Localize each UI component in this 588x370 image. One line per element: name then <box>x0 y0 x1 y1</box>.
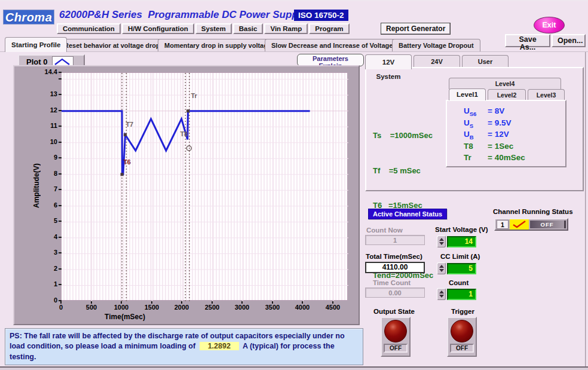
chroma-logo: Chroma <box>3 10 54 25</box>
y-axis-tick-label: 10 <box>31 138 57 145</box>
count-label: Count <box>449 279 468 286</box>
param-us6-value: = 8V <box>488 106 504 118</box>
increment-icon[interactable] <box>439 291 444 293</box>
cc-limit-label: CC Limit (A) <box>440 253 480 260</box>
output-state-button[interactable] <box>384 320 407 343</box>
x-axis-tick-label: 4500 <box>321 304 345 311</box>
tab-slow-decrease-increase[interactable]: Slow Decrease and Increase of Voltage <box>265 39 399 51</box>
y-axis-tick-label: 7 <box>31 185 57 192</box>
param-tr: Tr = 40mSec <box>464 153 525 165</box>
channel-running-status-control[interactable]: 1 OFF <box>494 218 568 231</box>
time-count-label: Time Count <box>373 279 411 286</box>
menu-vin-ramp-button[interactable]: Vin Ramp <box>264 23 308 34</box>
y-axis-tick-label: 5 <box>31 217 57 224</box>
start-voltage-spinner[interactable] <box>437 236 446 247</box>
waveform-svg: T6T7T8Tr <box>62 73 348 301</box>
parameters-explain-button[interactable]: Parameters Explain <box>297 54 364 66</box>
trigger-button[interactable] <box>451 320 473 343</box>
cc-limit-spinner[interactable] <box>437 262 446 274</box>
param-us6-name: U <box>464 106 470 115</box>
count-now-field: 1 <box>365 235 425 245</box>
y-axis-tick <box>59 157 62 158</box>
tab-level3[interactable]: Level3 <box>528 89 565 100</box>
start-voltage-control: 14 <box>437 236 476 247</box>
y-axis-tick-label: 14.4 <box>31 68 57 75</box>
svg-text:T7: T7 <box>125 121 133 128</box>
count-field[interactable]: 1 <box>447 289 476 300</box>
tab-level4[interactable]: Level4 <box>449 78 561 89</box>
x-axis-title: Time(mSec) <box>86 313 164 321</box>
y-axis-tick <box>59 189 62 190</box>
x-axis-tick-label: 2000 <box>170 304 194 311</box>
application-window: Chroma 62000P&H Series Programmable DC P… <box>0 0 588 370</box>
y-axis-tick <box>59 72 62 73</box>
exit-button[interactable]: Exit <box>534 17 565 33</box>
cc-limit-control: 5 <box>437 262 476 274</box>
increment-icon[interactable] <box>439 238 444 241</box>
param-tr-value: = 40mSec <box>488 153 525 165</box>
ps-note-highlight-value: 1.2892 <box>200 342 239 350</box>
waveform-graph-panel: Amplitude(V) Time(mSec) T6T7T8Tr 14.4131… <box>13 65 360 325</box>
y-axis-tick-label: 2 <box>31 265 57 272</box>
cc-limit-field[interactable]: 5 <box>447 263 476 274</box>
timing-parameters: Ts =1000mSec Tf =5 mSec T6 =15mSec T7 =5… <box>373 106 433 305</box>
y-axis-tick-label: 11 <box>31 122 57 129</box>
menu-program-button[interactable]: Program <box>309 23 349 34</box>
decrement-icon[interactable] <box>439 295 444 298</box>
tab-user-define[interactable]: User Define <box>462 55 509 68</box>
y-axis-tick <box>59 126 62 127</box>
tab-12v-system[interactable]: 12V System <box>365 54 412 69</box>
start-voltage-label: Start Voltage (V) <box>435 226 488 233</box>
y-axis-tick-label: 12 <box>31 106 57 114</box>
param-ub: UB = 12V <box>464 130 525 142</box>
start-voltage-field[interactable]: 14 <box>447 236 476 247</box>
count-now-label: Count Now <box>366 227 403 234</box>
tab-momentary-drop[interactable]: Momentary drop in supply voltage <box>158 39 278 51</box>
x-axis-tick-label: 0 <box>49 304 73 311</box>
y-axis-tick <box>59 252 62 253</box>
count-spinner[interactable] <box>437 288 446 300</box>
waveform-plot-area[interactable]: T6T7T8Tr <box>61 72 348 301</box>
y-axis-tick <box>59 78 62 79</box>
param-us6: US6 = 8V <box>464 106 525 118</box>
total-time-field[interactable]: 4110.00 <box>365 262 425 273</box>
y-axis-tick <box>59 142 62 143</box>
increment-icon[interactable] <box>439 265 444 268</box>
y-axis-tick <box>59 284 62 285</box>
tab-level1[interactable]: Level1 <box>449 88 486 100</box>
output-state-control: OFF <box>381 317 411 357</box>
tab-battery-voltage-dropout[interactable]: Battery Voltage Dropout <box>392 39 480 51</box>
decrement-icon[interactable] <box>439 269 444 272</box>
y-axis-tick <box>59 94 62 95</box>
channel-checkbox[interactable] <box>510 219 529 230</box>
iso-standard-badge: ISO 16750-2 <box>294 10 348 21</box>
y-axis-tick <box>59 205 62 206</box>
main-tab-strip: Starting Profile Reset behavior at volta… <box>0 37 588 52</box>
tab-24v-system[interactable]: 24V System <box>414 55 460 68</box>
decrement-icon[interactable] <box>439 242 444 245</box>
menu-basic-button[interactable]: Basic <box>233 23 264 34</box>
trigger-label: Trigger <box>451 308 474 315</box>
tab-starting-profile[interactable]: Starting Profile <box>5 37 67 52</box>
timing-tf: Tf =5 mSec <box>373 165 433 177</box>
tab-reset-behavior[interactable]: Reset behavior at voltage drop <box>57 39 167 51</box>
y-axis-tick-label: 9 <box>31 154 57 161</box>
tab-level2[interactable]: Level2 <box>488 89 526 100</box>
param-t8: T8 = 1Sec <box>464 142 525 154</box>
window-bottom-strip <box>0 368 588 370</box>
ps-note: PS: The fall rate will be affected by th… <box>5 328 363 365</box>
menu-system-button[interactable]: System <box>195 23 232 34</box>
menu-hw-configuration-button[interactable]: H/W Configuration <box>122 23 194 34</box>
param-t8-name: T8 <box>464 142 473 151</box>
y-axis-tick-label: 0 <box>31 296 57 304</box>
param-ub-value: = 12V <box>488 130 509 142</box>
time-count-field: 0.00 <box>365 288 425 298</box>
y-axis-tick-label: 1 <box>31 280 57 288</box>
x-axis-tick-label: 3000 <box>230 304 254 311</box>
report-generator-button[interactable]: Report Generator <box>381 23 451 35</box>
timing-ts: Ts =1000mSec <box>373 130 433 142</box>
count-control: 1 <box>437 288 476 300</box>
y-axis-tick <box>59 173 62 175</box>
menu-communication-button[interactable]: Communication <box>57 23 121 34</box>
level-parameters-box: US6 = 8V US = 9.5V UB = 12V T8 = 1Sec Tr… <box>446 100 566 167</box>
